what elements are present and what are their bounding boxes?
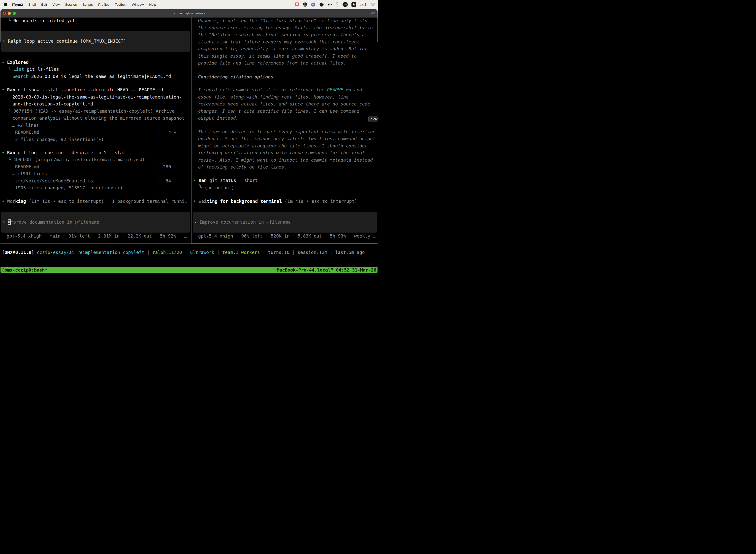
thinking-p2-2: essay file, along with finding root file… <box>198 94 349 101</box>
screen-share-chip[interactable]: Scre <box>368 116 378 122</box>
pane-divider-vertical[interactable] <box>191 17 191 243</box>
thinking-p1-5: companion file, especially if more comme… <box>198 45 368 53</box>
tmux-host-clock-label: "MacBook-Pro-44.local" 04:52 31-Mar-26 <box>274 267 376 273</box>
battery-icon[interactable] <box>360 3 367 6</box>
thinking-p1-2: the source tree, missing the essay. Stil… <box>198 24 373 32</box>
screen: iTerm2 ShellEditViewSessionScriptsProfil… <box>0 0 378 277</box>
tmux-status-bar: [omx-cczip0:bash* "MacBook-Pro-44.local"… <box>0 267 378 273</box>
chat-icon[interactable] <box>295 2 299 7</box>
thinking-p1-6: this single essay, it seems like a good … <box>198 53 357 60</box>
menu-item-edit[interactable]: Edit <box>41 3 47 6</box>
apple-menu-icon[interactable] <box>4 2 8 7</box>
gauge-icon[interactable]: ..61 <box>342 2 348 7</box>
menu-item-toolbelt[interactable]: Toolbelt <box>115 3 126 6</box>
no-agents-line: └ No agents completed yet <box>8 17 75 24</box>
tree-guide <box>8 94 8 109</box>
thinking-p3-3: might be acceptable alongside the file l… <box>198 143 368 150</box>
thinking-p3-4: including verification notes with those … <box>198 150 365 157</box>
menu-items: ShellEditViewSessionScriptsProfilesToolb… <box>23 3 156 6</box>
git-log-output-2: … +1901 lines <box>12 170 47 177</box>
git-show-output-1: └ 067f154 (HEAD -> essay/ai-reimplementa… <box>8 108 175 115</box>
thinking-p1-3: the "Related research writing" section i… <box>198 31 365 39</box>
git-log-stat-3: 1903 files changed, 513517 insertions(+) <box>15 184 123 191</box>
git-show-filename-1: 2026-03-09-is-legal-the-same-as-legitima… <box>12 94 182 101</box>
thinking-p1-7: provide file and line references from th… <box>198 60 346 67</box>
gauge-label: ..61 <box>343 3 347 6</box>
git-log-command: • Ran git log --oneline --decorate -n 5 … <box>2 149 126 156</box>
thinking-p2-3: references need actual files, and since … <box>198 101 370 108</box>
menu-item-window[interactable]: Window <box>132 3 144 6</box>
waiting-status: • Waiting for background terminal (1m 41… <box>193 198 357 205</box>
git-status-command: • Ran git status --short <box>193 177 258 184</box>
menu-item-session[interactable]: Session <box>65 3 77 6</box>
wifi-icon[interactable] <box>370 2 376 6</box>
thinking-p1-1: However, I noticed the "Directory Struct… <box>198 17 368 24</box>
working-status: • Working (11m 13s • esc to interrupt) ·… <box>2 198 187 205</box>
git-show-stat-1: README.md | 4 + <box>15 129 176 136</box>
menu-item-shell[interactable]: Shell <box>28 3 36 6</box>
thinking-p3-5: review. Also, I might want to inspect th… <box>198 157 373 164</box>
thinking-p2-4: changes, I can't cite specific file line… <box>198 108 359 115</box>
menu-app-name[interactable]: iTerm2 <box>12 3 23 6</box>
git-show-output-3: … +2 lines <box>12 122 39 129</box>
iterm-window: omx --xhigh --madmax ⌥⌘1 └ No agents com… <box>0 9 378 274</box>
git-show-stat-2: 2 files changed, 92 insertions(+) <box>15 136 104 143</box>
menu-item-view[interactable]: View <box>53 3 60 6</box>
screen-share-chip-label: Scre <box>371 117 378 121</box>
blue-badge-icon[interactable] <box>311 2 315 7</box>
dots-grid-icon[interactable] <box>328 2 332 7</box>
omx-status-line: [OMX#0.11.9] cczip/essay/ai-reimplementa… <box>2 249 365 256</box>
input-source-icon[interactable]: A <box>352 2 356 7</box>
pane-divider-bottom-inactive[interactable] <box>191 243 378 243</box>
explored-list-line: └ List git ls-files <box>8 66 59 73</box>
explored-search-line: Search 2026-03-09-is-legal-the-same-as-l… <box>12 73 171 80</box>
thinking-p2-1: I could cite commit statistics or refere… <box>198 87 362 94</box>
thinking-p2-5: output instead. <box>198 115 239 122</box>
thinking-p3-2: evidence. Since this change only affects… <box>198 135 376 143</box>
input-source-label: A <box>353 3 355 6</box>
model-status-left: gpt-5.4 xhigh · main · 91% left · 2.31M … <box>7 233 187 240</box>
thinking-heading: Considering citation options <box>198 73 273 81</box>
terminal-content: └ No agents completed yet› Ralph loop ac… <box>0 9 378 274</box>
explored-header: • Explored <box>2 59 28 66</box>
menu-item-scripts[interactable]: Scripts <box>82 3 93 6</box>
git-log-stat-1: README.md | 280 + <box>15 163 176 170</box>
pie-chart-icon[interactable] <box>319 2 324 7</box>
git-show-filename-2: and-the-erosion-of-copyleft.md <box>12 101 93 108</box>
pane-divider-bottom-active[interactable] <box>0 243 191 243</box>
git-log-stat-2: src/voice/voiceModeEnabled.ts | 54 + <box>15 177 176 185</box>
prompt-text-left: › Improve documentation in @filename <box>2 219 99 226</box>
shield-grid-icon[interactable] <box>303 2 307 7</box>
tmux-session-label: [omx-cczip0:bash* <box>2 267 47 273</box>
git-log-output-1: └ 4b9d30f (origin/main, instructkr/main,… <box>8 156 145 163</box>
thinking-p3-6: of focusing solely on file lines. <box>198 164 287 171</box>
ralph-loop-line: › Ralph loop active continue [OMX_TMUX_I… <box>2 38 126 45</box>
git-show-output-2: companion analysis without altering the … <box>12 115 185 122</box>
prompt-text-right: › Improve documentation in @filename <box>194 219 291 226</box>
menu-item-help[interactable]: Help <box>149 3 156 6</box>
menubar-status-icons: ..61 A <box>295 2 376 7</box>
menu-bar: iTerm2 ShellEditViewSessionScriptsProfil… <box>0 0 378 9</box>
model-status-right: gpt-5.4 xhigh · 96% left · 520K in · 5.8… <box>198 233 376 240</box>
squiggle-icon[interactable] <box>336 2 339 7</box>
git-show-command: • Ran git show --stat --oneline --decora… <box>2 87 163 94</box>
menu-item-profiles[interactable]: Profiles <box>98 3 109 6</box>
git-status-output: └ (no output) <box>199 184 234 191</box>
thinking-p3-1: The team guideline is to back every impo… <box>198 128 376 135</box>
thinking-p1-4: slight risk that future readers may over… <box>198 39 359 46</box>
